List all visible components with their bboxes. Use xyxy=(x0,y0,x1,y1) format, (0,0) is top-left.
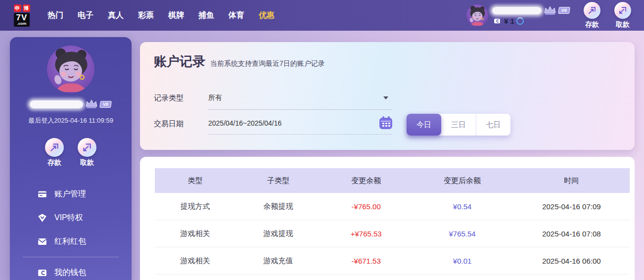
chevron-down-icon xyxy=(383,96,388,99)
sidebar-divider xyxy=(23,257,119,257)
logo-badges: 申 博 xyxy=(14,4,30,12)
nav-item-live[interactable]: 真人 xyxy=(108,10,124,21)
table-row: 游戏相关 游戏提现 +¥765.53 ¥765.54 2025-04-16 07… xyxy=(155,220,630,247)
sidebar-item-label: 账户管理 xyxy=(54,189,86,199)
sidebar-crown-icon xyxy=(85,99,98,109)
withdraw-label: 取款 xyxy=(616,20,630,29)
cell-time: 2025-04-16 06:00 xyxy=(513,257,630,265)
sidebar-item-account[interactable]: 账户管理 xyxy=(10,182,132,206)
cell-time: 2025-04-16 07:08 xyxy=(513,230,630,238)
col-header-type: 类型 xyxy=(155,176,235,186)
wallet-icon xyxy=(492,17,502,25)
deposit-label: 存款 xyxy=(47,158,61,167)
sidebar-item-bonus[interactable]: 红利红包 xyxy=(10,230,132,253)
record-type-row: 记录类型 所有 xyxy=(154,93,392,110)
deposit-label: 存款 xyxy=(585,20,599,29)
trade-date-value: 2025/04/16~2025/04/16 xyxy=(208,119,281,127)
cell-subtype: 余额提现 xyxy=(235,202,321,211)
vip-shield-icon xyxy=(37,213,47,223)
card-icon xyxy=(37,189,47,199)
sidebar: V0 最后登入2025-04-16 11:09:59 存款 取款 账户管理 VI… xyxy=(10,37,132,280)
vip-level-badge: V0 xyxy=(558,7,570,14)
records-table: 类型 子类型 变更余额 变更后余额 时间 提现方式 余额提现 -¥765.00 … xyxy=(155,168,630,275)
sidebar-actions: 存款 取款 xyxy=(10,138,132,167)
cell-after: ¥0.01 xyxy=(411,257,513,265)
logo-7v-text: 7V xyxy=(16,13,28,22)
nav-item-lottery[interactable]: 彩票 xyxy=(138,10,154,21)
records-table-panel: 类型 子类型 变更余额 变更后余额 时间 提现方式 余额提现 -¥765.00 … xyxy=(140,157,635,280)
table-header-row: 类型 子类型 变更余额 变更后余额 时间 xyxy=(155,168,630,193)
nav-item-sports[interactable]: 体育 xyxy=(229,10,244,21)
nav-item-slots[interactable]: 电子 xyxy=(78,10,93,21)
nav-item-hot[interactable]: 热门 xyxy=(47,10,63,21)
cell-after: ¥765.54 xyxy=(411,230,513,238)
page-subtitle: 当前系统支持查询最近7日的账户记录 xyxy=(210,59,325,68)
sidebar-item-label: VIP特权 xyxy=(54,213,83,223)
sidebar-deposit-button[interactable]: 存款 xyxy=(45,138,64,167)
table-row: 游戏相关 游戏充值 -¥671.53 ¥0.01 2025-04-16 06:0… xyxy=(155,247,630,275)
date-range-tabs: 今日 三日 七日 xyxy=(407,114,510,136)
tab-three-days[interactable]: 三日 xyxy=(441,114,476,136)
nav-item-fishing[interactable]: 捕鱼 xyxy=(198,10,214,21)
sidebar-withdraw-button[interactable]: 取款 xyxy=(78,138,96,167)
tab-today[interactable]: 今日 xyxy=(407,114,441,136)
cell-change: +¥765.53 xyxy=(321,230,411,238)
cell-change: -¥765.00 xyxy=(321,202,411,211)
wallet-icon xyxy=(37,268,47,278)
filter-panel: 账户记录 当前系统支持查询最近7日的账户记录 记录类型 所有 交易日期 2025… xyxy=(140,42,635,150)
col-header-after: 变更后余额 xyxy=(411,176,513,186)
trade-date-input[interactable]: 2025/04/16~2025/04/16 xyxy=(208,118,392,135)
main-nav-menu: 热门 电子 真人 彩票 棋牌 捕鱼 体育 优惠 xyxy=(47,10,275,21)
nav-withdraw-button[interactable]: 取款 xyxy=(614,2,631,29)
sidebar-vip-level-badge: V0 xyxy=(100,101,112,108)
cell-subtype: 游戏提现 xyxy=(235,229,321,238)
username-row: V0 xyxy=(492,6,570,15)
cell-type: 游戏相关 xyxy=(155,229,235,238)
cell-type: 提现方式 xyxy=(155,202,235,211)
site-logo[interactable]: 申 博 7V .com xyxy=(9,4,35,27)
calendar-icon[interactable] xyxy=(379,118,392,129)
sidebar-username-row: V0 xyxy=(10,99,132,109)
tab-seven-days[interactable]: 七日 xyxy=(476,114,510,136)
envelope-icon xyxy=(37,236,47,247)
sidebar-username-blur xyxy=(30,100,83,108)
deposit-icon xyxy=(45,138,64,157)
record-type-value: 所有 xyxy=(208,93,222,101)
withdraw-label: 取款 xyxy=(80,158,94,167)
page-title: 账户记录 xyxy=(154,53,205,70)
trade-date-row: 交易日期 2025/04/16~2025/04/16 xyxy=(154,118,392,135)
refresh-balance-icon[interactable] xyxy=(516,17,524,25)
user-avatar[interactable] xyxy=(466,4,488,26)
cell-after: ¥0.54 xyxy=(411,202,513,211)
sidebar-avatar[interactable] xyxy=(47,46,94,93)
logo-wordmark: 7V .com xyxy=(14,13,30,27)
balance-amount: ¥ 1 xyxy=(504,17,514,25)
logo-badge-bo: 博 xyxy=(23,4,30,12)
nav-deposit-button[interactable]: 存款 xyxy=(584,2,600,29)
nav-item-promos[interactable]: 优惠 xyxy=(259,10,275,21)
trade-date-label: 交易日期 xyxy=(154,118,193,129)
col-header-time: 时间 xyxy=(513,176,630,186)
page-title-row: 账户记录 当前系统支持查询最近7日的账户记录 xyxy=(154,53,325,70)
nav-item-chess[interactable]: 棋牌 xyxy=(168,10,184,21)
user-cluster: V0 ¥ 1 xyxy=(466,4,570,26)
withdraw-icon xyxy=(614,2,631,19)
col-header-subtype: 子类型 xyxy=(235,176,321,186)
sidebar-item-wallet[interactable]: 我的钱包 xyxy=(10,261,132,280)
top-nav: 申 博 7V .com 热门 电子 真人 彩票 棋牌 捕鱼 体育 优惠 V0 xyxy=(0,0,644,31)
username-blur xyxy=(492,7,542,14)
logo-badge-shen: 申 xyxy=(14,4,21,12)
sidebar-item-label: 我的钱包 xyxy=(54,268,86,278)
last-login-text: 最后登入2025-04-16 11:09:59 xyxy=(10,116,132,125)
withdraw-icon xyxy=(78,138,96,157)
table-row: 提现方式 余额提现 -¥765.00 ¥0.54 2025-04-16 07:0… xyxy=(155,193,630,220)
cell-subtype: 游戏充值 xyxy=(235,256,321,266)
sidebar-item-label: 红利红包 xyxy=(54,236,86,247)
balance-row: ¥ 1 xyxy=(492,17,570,25)
cell-time: 2025-04-16 07:09 xyxy=(513,202,630,211)
cell-type: 游戏相关 xyxy=(155,256,235,266)
sidebar-item-vip[interactable]: VIP特权 xyxy=(10,206,132,230)
record-type-select[interactable]: 所有 xyxy=(208,93,392,110)
user-info: V0 ¥ 1 xyxy=(492,6,570,25)
sidebar-menu: 账户管理 VIP特权 红利红包 我的钱包 xyxy=(10,182,132,280)
